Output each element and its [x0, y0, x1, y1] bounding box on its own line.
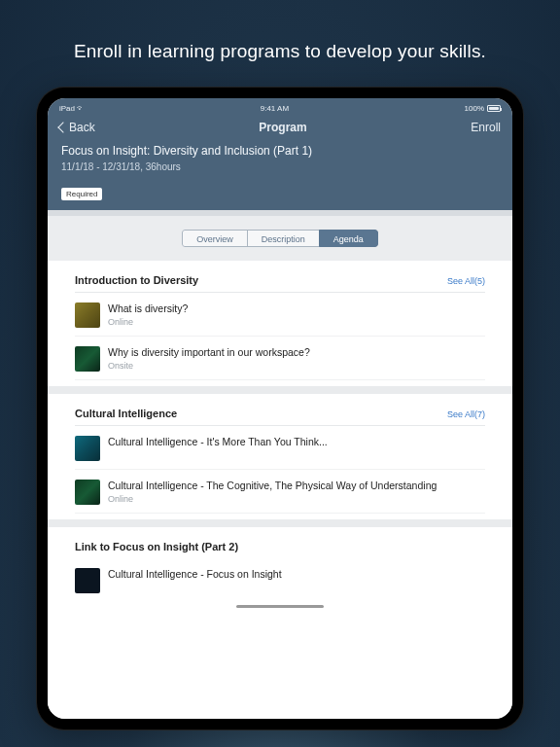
tab-description[interactable]: Description [247, 230, 320, 247]
section-title: Cultural Intelligence [75, 408, 177, 419]
tab-overview[interactable]: Overview [182, 230, 248, 247]
status-time: 9:41 AM [261, 104, 289, 113]
course-thumb-icon [75, 568, 100, 593]
tablet-screen: iPad ᯤ 9:41 AM 100% Back Program Enroll … [48, 98, 512, 719]
section-cultural: Cultural Intelligence See All(7) Cultura… [75, 394, 485, 527]
nav-bar: Back Program Enroll [48, 115, 512, 144]
home-indicator [236, 605, 324, 608]
required-badge: Required [61, 188, 102, 200]
back-button[interactable]: Back [59, 121, 95, 134]
status-bar: iPad ᯤ 9:41 AM 100% [48, 98, 512, 115]
program-title: Focus on Insight: Diversity and Inclusio… [61, 144, 499, 158]
section-title: Introduction to Diversity [75, 274, 198, 286]
battery-icon [487, 105, 501, 112]
list-item[interactable]: Why is diversity important in our worksp… [75, 337, 485, 380]
section-link: Link to Focus on Insight (Part 2) Cultur… [75, 527, 485, 608]
list-item[interactable]: Cultural Intelligence - It's More Than Y… [75, 426, 485, 470]
course-mode: Online [108, 494, 485, 504]
course-name: What is diversity? [108, 302, 485, 314]
list-item[interactable]: Cultural Intelligence - The Cognitive, T… [75, 470, 485, 514]
course-name: Cultural Intelligence - Focus on Insight [108, 568, 485, 580]
course-mode: Onsite [108, 361, 485, 371]
marketing-headline: Enroll in learning programs to develop y… [74, 41, 486, 62]
course-name: Why is diversity important in our worksp… [108, 346, 485, 358]
section-divider [48, 519, 512, 527]
list-item[interactable]: What is diversity? Online [75, 293, 485, 337]
program-subtitle: 11/1/18 - 12/31/18, 36hours [61, 161, 499, 172]
course-thumb-icon [75, 436, 100, 461]
course-name: Cultural Intelligence - It's More Than Y… [108, 436, 485, 447]
page-title: Program [259, 121, 306, 134]
section-divider [48, 386, 512, 394]
list-item[interactable]: Cultural Intelligence - Focus on Insight [75, 558, 485, 601]
see-all-link[interactable]: See All(7) [447, 409, 485, 419]
course-thumb-icon [75, 480, 100, 505]
course-mode: Online [108, 317, 485, 327]
section-title: Link to Focus on Insight (Part 2) [75, 541, 238, 552]
tab-bar: Overview Description Agenda [48, 216, 512, 261]
program-header: Focus on Insight: Diversity and Inclusio… [48, 144, 512, 182]
tab-agenda[interactable]: Agenda [319, 230, 378, 247]
segmented-control: Overview Description Agenda [182, 230, 378, 247]
app-header: iPad ᯤ 9:41 AM 100% Back Program Enroll … [48, 98, 512, 210]
tablet-frame: iPad ᯤ 9:41 AM 100% Back Program Enroll … [37, 88, 523, 729]
chevron-left-icon [57, 122, 68, 132]
course-thumb-icon [75, 346, 100, 372]
status-battery-pct: 100% [465, 104, 484, 113]
see-all-link[interactable]: See All(5) [447, 276, 485, 286]
course-name: Cultural Intelligence - The Cognitive, T… [108, 480, 485, 491]
status-carrier: iPad ᯤ [59, 104, 85, 113]
course-thumb-icon [75, 302, 100, 328]
enroll-button[interactable]: Enroll [471, 121, 501, 134]
back-label: Back [69, 121, 95, 134]
section-intro: Introduction to Diversity See All(5) Wha… [75, 261, 485, 394]
agenda-content[interactable]: Introduction to Diversity See All(5) Wha… [48, 261, 512, 719]
